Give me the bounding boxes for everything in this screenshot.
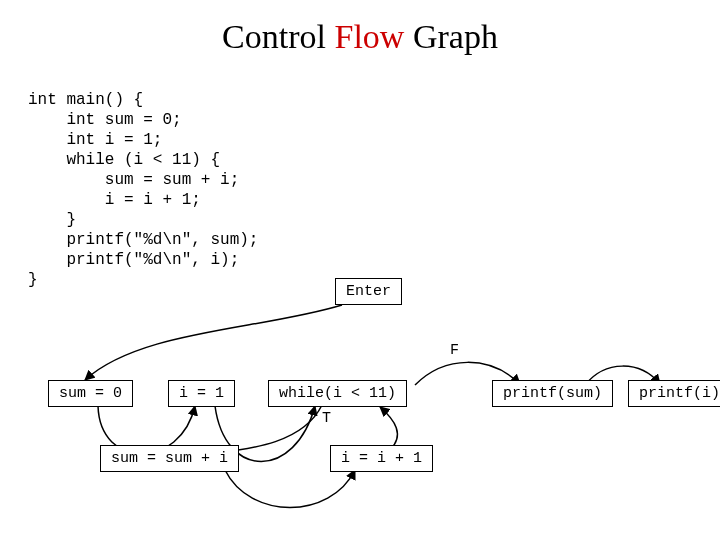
node-printf-sum: printf(sum) (492, 380, 613, 407)
label-false: F (450, 342, 459, 359)
page-title: Control Flow Graph (0, 18, 720, 56)
node-i-1: i = 1 (168, 380, 235, 407)
node-printf-i: printf(i) (628, 380, 720, 407)
node-i-i-1: i = i + 1 (330, 445, 433, 472)
title-part-1: Control (222, 18, 334, 55)
title-flow: Flow (335, 18, 405, 55)
code-listing: int main() { int sum = 0; int i = 1; whi… (28, 90, 258, 290)
node-enter: Enter (335, 278, 402, 305)
node-while: while(i < 11) (268, 380, 407, 407)
node-sum-0: sum = 0 (48, 380, 133, 407)
title-part-2: Graph (404, 18, 497, 55)
label-true: T (322, 410, 331, 427)
node-sum-sum-i: sum = sum + i (100, 445, 239, 472)
